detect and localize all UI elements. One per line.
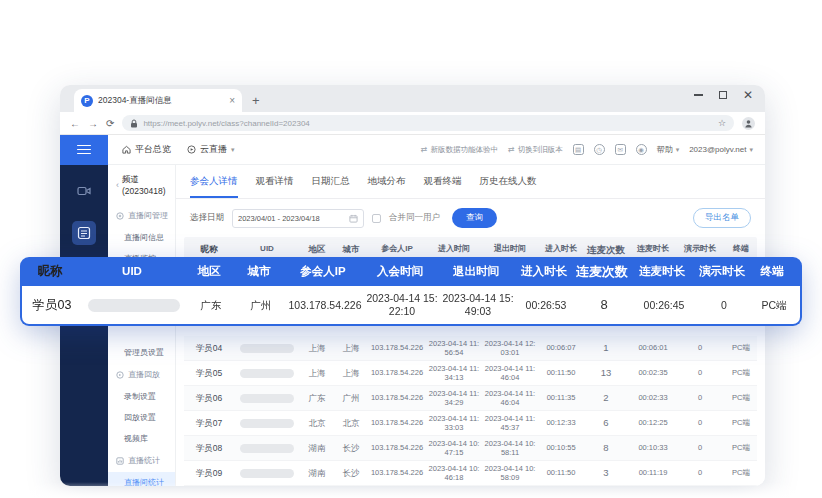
nav-platform-overview[interactable]: 平台总览	[122, 143, 171, 156]
page: P 202304-直播间信息 × + ✕ ← → ⟳ https://meet.…	[0, 0, 822, 498]
cell-city: 北京	[334, 416, 368, 431]
camera-icon[interactable]	[72, 179, 96, 203]
header-ip: 参会人IP	[284, 265, 362, 279]
sidebar-item-admin-settings[interactable]: 管理员设置	[108, 342, 175, 363]
topnav-left: 平台总览 云直播 ▾	[108, 143, 235, 156]
monitor-icon	[116, 212, 124, 220]
channel-back[interactable]: ‹ 频道(20230418)	[108, 165, 175, 204]
sidebar-item-room-stats[interactable]: 直播间统计	[108, 472, 175, 486]
polyv-favicon-icon: P	[81, 95, 93, 107]
sidebar-item-room-info[interactable]: 直播间信息	[108, 227, 175, 248]
header-uid: UID	[234, 242, 300, 258]
stats-tab-5[interactable]: 历史在线人数	[480, 175, 537, 198]
header-terminal: 终端	[722, 242, 760, 258]
cell-mic_duration: 00:12:25	[628, 416, 678, 429]
cell-present_duration: 0	[678, 416, 722, 429]
cell-present_duration: 0	[678, 341, 722, 354]
nav-cloud-live[interactable]: 云直播 ▾	[187, 143, 235, 156]
participants-rows-bottom: 学员04上海上海103.178.54.2262023-04-14 11:56:5…	[184, 336, 757, 486]
new-data-badge[interactable]: ⇄ 新版数据功能体验中	[421, 145, 498, 155]
cell-mic_duration: 00:26:45	[632, 299, 696, 312]
calendar-icon[interactable]: ▤	[573, 144, 584, 155]
stats-tab-1[interactable]: 观看详情	[256, 175, 294, 198]
sidebar-item-record-settings[interactable]: 录制设置	[108, 386, 175, 407]
browser-profile-avatar[interactable]	[742, 117, 755, 130]
cell-name: 学员09	[184, 466, 234, 481]
cell-exit_time: 2023-04-14 11:45:37	[482, 412, 538, 435]
table-row: 学员09湖南长沙103.178.54.2262023-04-14 10:46:1…	[184, 461, 757, 486]
cell-duration: 00:12:33	[538, 416, 584, 429]
topnav-right: ⇄ 新版数据功能体验中 ⇄ 切换到旧版本 ▤ ◷ ✉ ◉ 帮助 ▾	[421, 144, 765, 155]
switch-old-version[interactable]: ⇄ 切换到旧版本	[508, 145, 563, 155]
reload-icon[interactable]: ⟳	[106, 118, 114, 129]
search-button[interactable]: 查询	[452, 208, 497, 228]
browser-tab[interactable]: P 202304-直播间信息 ×	[74, 89, 242, 112]
header-terminal: 终端	[750, 265, 794, 279]
cell-region: 广东	[186, 299, 236, 312]
home-icon	[122, 145, 131, 154]
bookmark-star-icon[interactable]: ☆	[718, 118, 726, 128]
date-range-input[interactable]: 2023/04/01 - 2023/04/18	[232, 209, 364, 228]
hamburger-menu-icon[interactable]	[60, 135, 108, 165]
cell-enter_time: 2023-04-14 11:34:13	[426, 362, 482, 385]
clock-icon[interactable]: ◷	[594, 144, 605, 155]
merge-user-checkbox[interactable]	[372, 214, 381, 223]
sidebar-group-playback[interactable]: 直播回放	[108, 363, 175, 386]
header-uid: UID	[80, 265, 184, 279]
message-icon[interactable]: ✉	[615, 144, 626, 155]
apps-icon[interactable]: ◉	[636, 144, 647, 155]
cell-city: 广州	[236, 299, 286, 312]
cell-enter_time: 2023-04-14 10:46:18	[426, 462, 482, 485]
uid-masked-pill	[240, 394, 294, 403]
maximize-icon[interactable]	[719, 91, 727, 99]
export-list-button[interactable]: 导出名单	[693, 208, 751, 228]
sidebar-item-video-library[interactable]: 视频库	[108, 428, 175, 449]
list-icon[interactable]	[72, 221, 96, 245]
address-bar[interactable]: https://meet.polyv.net/class?channelId=2…	[122, 115, 734, 131]
sidebar-group-room-manage[interactable]: 直播间管理	[108, 204, 175, 227]
cell-terminal: PC端	[722, 416, 760, 429]
header-present_duration: 演示时长	[678, 242, 722, 258]
close-tab-icon[interactable]: ×	[229, 95, 235, 106]
cell-terminal: PC端	[722, 391, 760, 404]
stats-tab-3[interactable]: 地域分布	[368, 175, 406, 198]
help-menu[interactable]: 帮助 ▾	[657, 144, 680, 155]
cell-mic_duration: 00:11:19	[628, 466, 678, 479]
back-icon[interactable]: ←	[70, 118, 80, 129]
close-window-icon[interactable]: ✕	[743, 91, 753, 99]
stats-tab-0[interactable]: 参会人详情	[190, 175, 238, 198]
uid-masked-pill	[88, 299, 180, 312]
nav-platform-overview-label: 平台总览	[135, 143, 171, 156]
cell-mic_duration: 00:06:01	[628, 341, 678, 354]
new-data-badge-label: 新版数据功能体验中	[430, 145, 498, 155]
sidebar-item-playback-settings[interactable]: 回放设置	[108, 407, 175, 428]
cell-mic_count: 6	[584, 415, 628, 431]
cell-region: 上海	[300, 366, 334, 381]
chevron-left-icon: ‹	[116, 180, 119, 190]
cell-name: 学员07	[184, 416, 234, 431]
cell-mic_duration: 00:02:35	[628, 366, 678, 379]
date-filter-label: 选择日期	[190, 212, 224, 224]
stats-tab-2[interactable]: 日期汇总	[312, 175, 350, 198]
overlay-header: 昵称UID地区城市参会人IP入会时间退出时间进入时长连麦次数连麦时长演示时长终端	[20, 257, 802, 286]
cell-region: 湖南	[300, 466, 334, 481]
new-tab-button[interactable]: +	[252, 93, 260, 108]
forward-icon[interactable]: →	[88, 118, 98, 129]
account-menu[interactable]: 2023@polyv.net ▾	[689, 145, 753, 154]
sidebar-group-stats[interactable]: 直播统计	[108, 449, 175, 472]
cell-city: 上海	[334, 341, 368, 356]
app-topbar: 平台总览 云直播 ▾ ⇄ 新版数据功能体验中 ⇄ 切换到旧版本	[60, 135, 765, 165]
uid-masked-pill	[240, 344, 294, 353]
minimize-icon[interactable]	[694, 94, 703, 96]
chevron-down-icon: ▾	[231, 146, 235, 154]
overlay-data-row: 学员03广东广州103.178.54.2262023-04-14 15:22:1…	[20, 286, 802, 326]
calendar-icon	[349, 214, 358, 223]
stats-tab-4[interactable]: 观看终端	[424, 175, 462, 198]
live-icon	[187, 145, 196, 154]
cell-exit_time: 2023-04-14 10:58:09	[482, 462, 538, 485]
cell-ip: 103.178.54.226	[368, 341, 426, 354]
header-ip: 参会人IP	[368, 242, 426, 258]
cell-terminal: PC端	[722, 341, 760, 354]
header-exit_time: 退出时间	[438, 265, 514, 279]
cell-present_duration: 0	[678, 441, 722, 454]
